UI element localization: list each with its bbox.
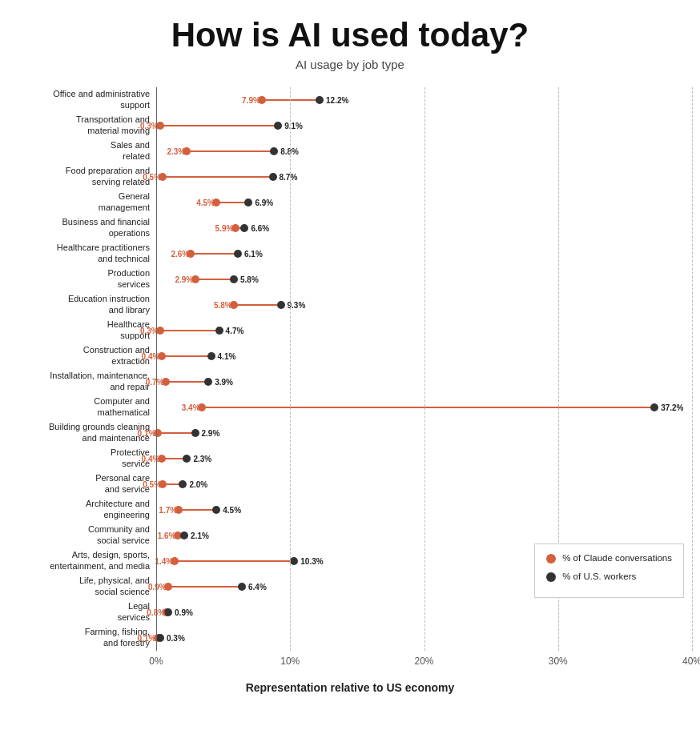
dark-label-16: 4.5% [223, 506, 241, 515]
row-label-18: Arts, design, sports,entertainment, and … [8, 548, 156, 574]
orange-label-21: 0.1% [138, 634, 156, 643]
orange-label-4: 4.5% [196, 199, 215, 207]
legend-dot-1 [546, 572, 556, 582]
dumbbell-line-4 [216, 202, 248, 203]
row-label-17: Community andsocial service [8, 523, 156, 548]
row-label-2: Sales andrelated [8, 138, 156, 164]
row-label-12: Computer andmathematical [8, 395, 156, 420]
dark-dot-2 [270, 147, 278, 155]
dark-dot-10 [207, 352, 215, 360]
row-label-21: Farming, fishing,and forestry [8, 625, 156, 651]
dumbbell-line-9 [160, 330, 219, 331]
dumbbell-line-8 [234, 304, 281, 306]
dark-label-0: 12.2% [326, 96, 348, 105]
orange-label-19: 0.9% [148, 583, 167, 592]
dark-label-1: 9.1% [284, 122, 303, 130]
dark-dot-12 [650, 403, 658, 411]
row-label-9: Healthcaresupport [8, 318, 156, 343]
dark-label-11: 3.9% [215, 378, 233, 387]
legend-dot-0 [546, 554, 556, 564]
dumbbell-line-1 [160, 125, 278, 126]
dark-label-14: 2.3% [193, 455, 211, 463]
dark-label-19: 6.4% [248, 583, 267, 592]
x-axis: 0%10%20%30%40% [156, 652, 692, 675]
dark-label-3: 8.7% [280, 173, 298, 182]
orange-label-18: 1.4% [155, 557, 173, 566]
x-axis-title: Representation relative to US economy [8, 681, 692, 694]
dark-dot-4 [244, 199, 252, 207]
legend-item-0: % of Claude conversations [546, 552, 672, 564]
dark-label-7: 5.8% [240, 275, 259, 284]
orange-label-0: 7.9% [242, 96, 260, 105]
dark-dot-19 [238, 583, 246, 591]
dark-dot-13 [191, 429, 199, 437]
dark-label-20: 0.9% [175, 608, 193, 617]
row-label-4: Generalmanagement [8, 190, 156, 215]
dark-dot-9 [215, 327, 223, 335]
dark-dot-17 [180, 531, 188, 539]
page-title: How is AI used today? [8, 16, 692, 54]
dark-dot-6 [234, 250, 242, 258]
chart-wrapper: Office and administrativesupportTranspor… [8, 87, 692, 694]
grid-line-2 [424, 87, 425, 651]
legend: % of Claude conversations% of U.S. worke… [534, 543, 684, 598]
dumbbell-line-19 [168, 586, 242, 588]
row-label-14: Protectiveservice [8, 446, 156, 471]
orange-label-3: 0.5% [143, 173, 161, 182]
dark-dot-21 [156, 634, 164, 642]
dark-label-17: 2.1% [191, 531, 209, 540]
dumbbell-line-13 [158, 432, 195, 434]
orange-label-5: 5.9% [215, 224, 234, 233]
orange-label-6: 2.6% [171, 250, 189, 259]
dumbbell-line-3 [163, 176, 272, 178]
dark-dot-11 [204, 378, 212, 386]
orange-label-8: 5.8% [214, 301, 232, 310]
dark-label-4: 6.9% [255, 199, 273, 207]
x-axis-label-1: 10% [280, 656, 300, 667]
dumbbell-line-10 [162, 355, 211, 357]
dark-dot-1 [274, 122, 282, 130]
dark-dot-20 [164, 608, 172, 616]
dark-dot-16 [212, 506, 220, 514]
row-label-20: Legalservices [8, 600, 156, 625]
orange-label-2: 2.3% [167, 147, 185, 156]
dark-dot-0 [316, 96, 324, 104]
dumbbell-line-11 [166, 381, 209, 383]
dark-dot-7 [230, 275, 238, 283]
dark-label-21: 0.3% [167, 634, 185, 643]
dumbbell-line-18 [175, 560, 294, 562]
orange-label-15: 0.5% [143, 480, 161, 489]
labels-column: Office and administrativesupportTranspor… [8, 87, 156, 675]
row-label-0: Office and administrativesupport [8, 87, 156, 113]
row-label-7: Productionservices [8, 267, 156, 292]
dumbbell-line-6 [191, 253, 238, 255]
dark-dot-14 [183, 455, 191, 463]
grid-line-0 [156, 87, 157, 651]
dark-label-9: 4.7% [226, 327, 244, 335]
orange-label-16: 1.7% [159, 506, 177, 515]
x-axis-label-2: 20% [414, 656, 433, 667]
legend-label-1: % of U.S. workers [562, 571, 636, 583]
orange-label-17: 1.6% [158, 531, 176, 540]
row-label-3: Food preparation andserving related [8, 164, 156, 190]
dark-label-12: 37.2% [661, 403, 683, 412]
dumbbell-line-2 [187, 150, 274, 152]
subtitle: AI usage by job type [8, 58, 692, 71]
dark-dot-3 [269, 173, 277, 181]
row-label-11: Installation, maintenance,and repair [8, 369, 156, 395]
grid-line-4 [692, 87, 693, 651]
row-label-1: Transportation andmaterial moving [8, 113, 156, 138]
dark-label-13: 2.9% [202, 429, 220, 438]
legend-label-0: % of Claude conversations [562, 552, 672, 564]
orange-label-7: 2.9% [175, 275, 193, 284]
orange-label-13: 0.1% [138, 429, 156, 438]
row-label-5: Business and financialoperations [8, 215, 156, 241]
grid-line-1 [290, 87, 291, 651]
dark-dot-15 [179, 480, 187, 488]
x-axis-label-0: 0% [149, 656, 163, 667]
row-label-6: Healthcare practitionersand technical [8, 241, 156, 267]
dark-dot-18 [290, 557, 298, 565]
dark-label-6: 6.1% [244, 250, 263, 259]
dark-label-15: 2.0% [189, 480, 207, 489]
row-label-10: Construction andextraction [8, 343, 156, 369]
